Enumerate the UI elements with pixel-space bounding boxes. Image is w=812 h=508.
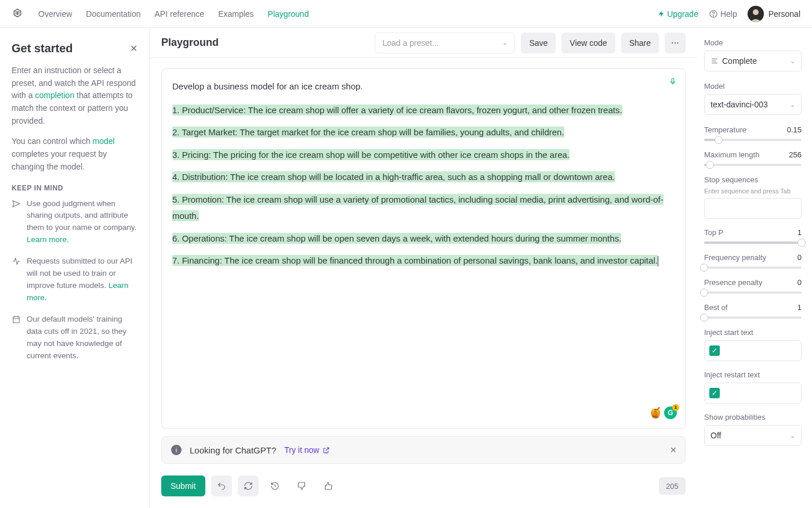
nav-links: Overview Documentation API reference Exa… <box>38 9 309 19</box>
learn-more-1[interactable]: Learn more. <box>27 235 69 244</box>
svg-point-3 <box>753 9 759 15</box>
mode-icon <box>710 57 719 65</box>
completion-link[interactable]: completion <box>35 91 74 100</box>
sidebar: Get started ✕ Enter an instruction or se… <box>0 28 150 508</box>
sidebar-description-2: You can control which model completes yo… <box>12 135 137 173</box>
freq-slider[interactable] <box>704 266 802 269</box>
save-button[interactable]: Save <box>521 33 556 53</box>
chevron-down-icon: ⌄ <box>790 101 795 109</box>
svg-point-1 <box>713 15 713 16</box>
help-button[interactable]: Help <box>709 9 737 19</box>
history-button[interactable] <box>264 475 285 496</box>
regenerate-button[interactable] <box>238 475 259 496</box>
grammarly-icon[interactable]: G <box>664 406 677 419</box>
freq-group: Frequency penalty0 <box>704 253 802 269</box>
microphone-icon[interactable] <box>669 76 677 87</box>
bestof-slider[interactable] <box>704 316 802 319</box>
honeycomb-icon[interactable]: 🍯 <box>649 403 662 423</box>
upgrade-button[interactable]: Upgrade <box>658 9 698 19</box>
center-header: Playground Load a preset... ⌄ Save View … <box>150 28 697 58</box>
chatgpt-banner: i Looking for ChatGPT? Try it now ✕ <box>161 436 686 464</box>
chevron-down-icon: ⌄ <box>502 39 507 46</box>
preset-placeholder: Load a preset... <box>382 38 438 48</box>
completion-text: 1. Product/Service: The ice cream shop w… <box>172 102 675 269</box>
thumbs-down-button[interactable] <box>291 475 312 496</box>
maxlen-slider[interactable] <box>704 164 802 166</box>
view-code-button[interactable]: View code <box>561 33 615 53</box>
stop-input[interactable] <box>704 198 802 219</box>
share-button[interactable]: Share <box>621 33 659 53</box>
more-button[interactable]: ⋯ <box>665 33 686 53</box>
inject-restart-checkbox[interactable]: ✓ <box>709 388 720 398</box>
activity-icon <box>12 257 21 304</box>
topp-group: Top P1 <box>704 228 802 244</box>
pres-slider[interactable] <box>704 291 802 294</box>
keep-item-2: Requests submitted to our API will not b… <box>12 255 137 304</box>
svg-rect-5 <box>672 78 674 82</box>
inject-start-group: Inject start text ✓ <box>704 328 802 361</box>
nav-examples[interactable]: Examples <box>218 9 253 19</box>
center-column: Playground Load a preset... ⌄ Save View … <box>150 28 697 508</box>
inject-restart-group: Inject restart text ✓ <box>704 370 802 403</box>
try-it-now-link[interactable]: Try it now <box>284 445 330 455</box>
chevron-down-icon: ⌄ <box>790 57 795 65</box>
model-select[interactable]: text-davinci-003 ⌄ <box>704 94 802 115</box>
model-link[interactable]: model <box>93 136 115 146</box>
inject-start-checkbox[interactable]: ✓ <box>709 345 720 356</box>
account-label: Personal <box>768 9 800 19</box>
pres-group: Presence penalty0 <box>704 278 802 294</box>
nav-api-reference[interactable]: API reference <box>155 9 205 19</box>
page-title: Playground <box>161 37 219 49</box>
chevron-down-icon: ⌄ <box>790 432 795 439</box>
corner-badges: 🍯 G <box>649 403 677 423</box>
sidebar-close-icon[interactable]: ✕ <box>130 43 137 54</box>
prompt-text: Develop a business model for an ice crea… <box>172 78 675 95</box>
nav-overview[interactable]: Overview <box>38 9 72 19</box>
bottom-bar: Submit 205 <box>161 471 686 508</box>
sidebar-description-1: Enter an instruction or select a preset,… <box>12 64 137 127</box>
mode-label: Mode <box>704 38 802 47</box>
temperature-slider[interactable] <box>704 139 802 141</box>
thumbs-down-icon <box>297 481 306 491</box>
right-panel: Mode Complete ⌄ Model text-davinci-003 ⌄… <box>697 28 812 508</box>
topp-slider[interactable] <box>704 242 802 244</box>
nav-documentation[interactable]: Documentation <box>86 9 140 19</box>
token-count: 205 <box>659 477 686 495</box>
show-prob-group: Show probabilities Off ⌄ <box>704 413 802 446</box>
editor[interactable]: Develop a business model for an ice crea… <box>161 69 686 429</box>
avatar <box>748 6 764 22</box>
svg-rect-4 <box>13 316 20 323</box>
bolt-icon <box>658 10 665 18</box>
help-icon <box>709 9 718 19</box>
keep-item-3: Our default models' training data cuts o… <box>12 314 137 362</box>
calendar-icon <box>12 315 21 362</box>
external-link-icon <box>322 446 330 454</box>
refresh-icon <box>244 481 253 491</box>
show-prob-select[interactable]: Off ⌄ <box>704 425 802 446</box>
banner-text: Looking for ChatGPT? <box>190 445 276 455</box>
undo-button[interactable] <box>211 475 232 496</box>
nav-playground[interactable]: Playground <box>268 9 309 19</box>
account-menu[interactable]: Personal <box>748 6 800 22</box>
submit-button[interactable]: Submit <box>161 475 205 496</box>
history-icon <box>270 481 280 491</box>
openai-logo <box>12 8 23 20</box>
thumbs-up-icon <box>324 481 333 491</box>
keep-in-mind-heading: Keep in mind <box>12 184 137 192</box>
info-icon: i <box>171 445 182 455</box>
sidebar-title: Get started <box>12 42 73 55</box>
inject-restart-input[interactable]: ✓ <box>704 383 802 403</box>
bestof-group: Best of1 <box>704 303 802 319</box>
mode-select[interactable]: Complete ⌄ <box>704 51 802 71</box>
more-icon: ⋯ <box>671 38 679 48</box>
banner-close-icon[interactable]: ✕ <box>670 445 677 455</box>
stop-group: Stop sequences Enter sequence and press … <box>704 175 802 219</box>
thumbs-up-button[interactable] <box>318 475 339 496</box>
undo-icon <box>217 481 226 491</box>
temperature-group: Temperature0.15 <box>704 125 802 141</box>
inject-start-input[interactable]: ✓ <box>704 340 802 361</box>
send-icon <box>12 199 21 247</box>
model-label: Model <box>704 82 802 91</box>
preset-select[interactable]: Load a preset... ⌄ <box>375 33 515 53</box>
keep-item-1: Use good judgment when sharing outputs, … <box>12 198 137 247</box>
